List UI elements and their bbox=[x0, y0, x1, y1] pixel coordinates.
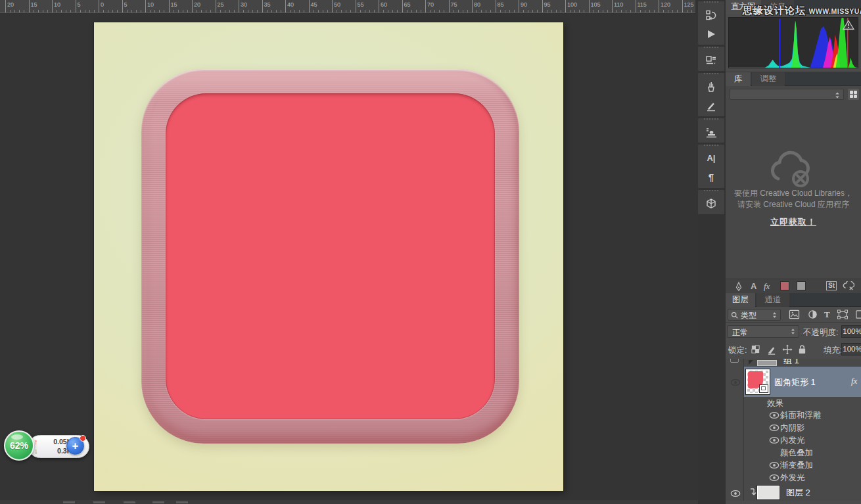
shape-rect-icon bbox=[837, 309, 848, 319]
3d-panel-button[interactable] bbox=[698, 194, 724, 213]
library-dropdown[interactable] bbox=[730, 89, 844, 100]
effect-visibility-eye[interactable] bbox=[769, 435, 780, 447]
lock-position-button[interactable] bbox=[782, 344, 793, 357]
filter-type-dropdown[interactable]: 类型 bbox=[728, 309, 781, 321]
notification-dot bbox=[80, 435, 86, 442]
tool-presets-panel-button[interactable] bbox=[698, 51, 724, 70]
brush-presets-panel-button[interactable] bbox=[698, 96, 724, 115]
speed-ball-widget[interactable]: ↑ 0.05K/s ↓ 0.3K/s 62% + bbox=[3, 430, 90, 463]
memory-ball[interactable]: 62% bbox=[4, 430, 34, 461]
effect-label: 斜面和浮雕 bbox=[780, 410, 822, 421]
collapsed-panels-strip: A| ¶ bbox=[698, 0, 724, 504]
get-now-link[interactable]: 立即获取！ bbox=[726, 216, 861, 228]
effect-row[interactable]: 颜色叠加 bbox=[726, 447, 861, 459]
group-collapse-triangle[interactable] bbox=[749, 360, 753, 365]
character-panel-button[interactable]: A| bbox=[698, 149, 724, 168]
panel-gripper[interactable] bbox=[704, 73, 718, 76]
fill-value-field[interactable]: 100% bbox=[841, 343, 861, 355]
effect-row[interactable]: 内阴影 bbox=[726, 422, 861, 434]
histogram-chart bbox=[728, 17, 858, 68]
lock-transparency-button[interactable] bbox=[751, 344, 760, 357]
history-panel-button[interactable] bbox=[698, 5, 724, 24]
lock-all-button[interactable] bbox=[798, 344, 806, 357]
rounded-rect-outer-shape bbox=[141, 69, 519, 444]
layer2-name: 图层 2 bbox=[786, 487, 810, 499]
selected-layer-row[interactable]: 圆角矩形 1 fx bbox=[726, 367, 861, 397]
layer-fx-badge[interactable]: fx bbox=[851, 376, 857, 386]
document-canvas[interactable] bbox=[94, 22, 563, 491]
paragraph-panel-button[interactable]: ¶ bbox=[698, 168, 724, 187]
filter-adjustment-layers-button[interactable] bbox=[808, 309, 818, 322]
vector-mask-badge bbox=[759, 384, 768, 393]
half-circle-icon bbox=[808, 309, 818, 319]
effect-visibility-eye[interactable] bbox=[769, 410, 780, 422]
group-thumbnail[interactable] bbox=[757, 360, 777, 366]
blend-mode-value: 正常 bbox=[732, 327, 748, 338]
actions-panel-button[interactable] bbox=[698, 24, 724, 43]
filter-smart-objects-button[interactable] bbox=[855, 309, 861, 322]
panel-gripper[interactable] bbox=[704, 47, 718, 50]
brushes-panel-button[interactable] bbox=[698, 77, 724, 96]
lock-pixels-button[interactable] bbox=[766, 344, 777, 357]
add-layer-style-button[interactable]: fx bbox=[764, 281, 770, 292]
library-message-line2: 请安装 Creative Cloud 应用程序 bbox=[726, 199, 861, 210]
clipping-mask-arrow-icon bbox=[749, 488, 757, 497]
memory-percent: 62% bbox=[10, 440, 28, 451]
group-row[interactable]: 组 1 bbox=[726, 359, 861, 367]
add-character-style-button[interactable]: A bbox=[751, 281, 756, 291]
panel-gripper[interactable] bbox=[704, 145, 718, 148]
updown-arrows-icon bbox=[790, 328, 796, 335]
creative-cloud-offline-icon bbox=[760, 150, 827, 191]
tab-libraries[interactable]: 库 bbox=[726, 72, 751, 86]
fill-color-swatch-pink[interactable] bbox=[780, 281, 789, 290]
filter-shape-layers-button[interactable] bbox=[837, 309, 848, 322]
effect-row[interactable]: 内发光 bbox=[726, 434, 861, 447]
eye-icon bbox=[769, 424, 780, 432]
layer-visibility-eye[interactable] bbox=[730, 377, 741, 389]
site-watermark: 思缘设计论坛 WWW.MISSYUAN.COM bbox=[743, 5, 861, 17]
tab-layers[interactable]: 图层 bbox=[726, 293, 755, 307]
horizontal-ruler: 20 15 10 5 0 5 10 15 20 25 30 35 40 45 5… bbox=[0, 0, 695, 13]
adobe-stock-button[interactable]: St bbox=[826, 281, 837, 290]
panel-gripper[interactable] bbox=[704, 190, 718, 193]
effect-label: 内发光 bbox=[780, 435, 805, 446]
add-graphic-button[interactable] bbox=[733, 281, 744, 294]
fill-color-swatch-gray[interactable] bbox=[797, 281, 806, 290]
eye-icon bbox=[769, 436, 780, 444]
clone-source-panel-button[interactable] bbox=[698, 122, 724, 141]
effect-row[interactable]: 渐变叠加 bbox=[726, 459, 861, 472]
library-view-grid-button[interactable] bbox=[848, 89, 859, 100]
effects-header: 效果 bbox=[767, 398, 783, 409]
layer-visibility-eye[interactable] bbox=[730, 488, 741, 500]
layers-panel: 图层 通道 类型 bbox=[726, 293, 861, 504]
layer-thumbnail[interactable] bbox=[746, 369, 770, 394]
opacity-value-field[interactable]: 100% bbox=[841, 325, 861, 338]
brush-cup-icon bbox=[705, 81, 717, 93]
effect-visibility-eye[interactable] bbox=[769, 472, 780, 484]
panel-gripper[interactable] bbox=[704, 118, 718, 122]
cloud-sync-off-button[interactable] bbox=[843, 281, 854, 294]
uncached-warning-icon[interactable] bbox=[843, 20, 854, 30]
tab-adjustments[interactable]: 调整 bbox=[752, 72, 785, 86]
tab-channels[interactable]: 通道 bbox=[756, 293, 789, 307]
blend-mode-dropdown[interactable]: 正常 bbox=[727, 325, 799, 338]
effect-visibility-eye[interactable] bbox=[769, 460, 780, 472]
effect-label: 颜色叠加 bbox=[780, 447, 813, 459]
effects-list: 斜面和浮雕 内阴影 内发光 颜色叠加 渐变叠加 外发光 bbox=[726, 409, 861, 484]
layer2-row[interactable]: 图层 2 bbox=[726, 484, 861, 501]
layer-filter-row: 类型 T bbox=[726, 307, 861, 323]
effect-visibility-eye[interactable] bbox=[769, 423, 780, 434]
effects-header-row[interactable]: 效果 bbox=[726, 397, 861, 409]
layer-thumbnail[interactable] bbox=[757, 486, 780, 499]
panel-gripper[interactable] bbox=[704, 1, 718, 5]
watermark-url: WWW.MISSYUAN.COM bbox=[808, 7, 861, 15]
effect-row[interactable]: 外发光 bbox=[726, 472, 861, 484]
canvas-area bbox=[0, 14, 698, 500]
effect-row[interactable]: 斜面和浮雕 bbox=[726, 409, 861, 422]
blend-mode-row: 正常 不透明度: 100% bbox=[726, 323, 861, 341]
group-eye-slot[interactable] bbox=[730, 359, 739, 363]
smart-object-icon bbox=[855, 309, 861, 319]
filter-type-layers-button[interactable]: T bbox=[824, 309, 830, 320]
filter-pixel-layers-button[interactable] bbox=[789, 309, 800, 322]
paragraph-icon: ¶ bbox=[709, 172, 714, 183]
